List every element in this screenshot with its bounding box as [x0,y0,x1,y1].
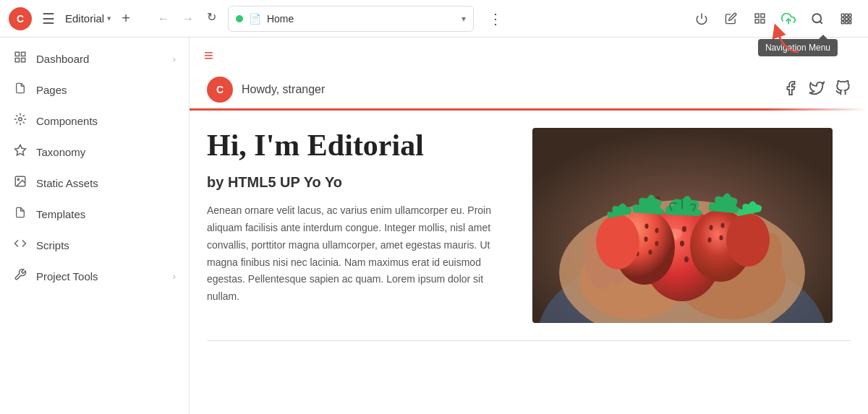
status-dot [236,15,243,22]
pages-icon [13,82,27,98]
svg-point-43 [680,241,684,246]
app-title-text: Editorial [65,12,104,25]
svg-point-21 [19,118,22,121]
sidebar-item-label: Pages [36,84,176,96]
page-content: ≡ C Howdy, stranger [190,38,868,414]
sidebar-item-project-tools[interactable]: Project Tools › [0,261,189,292]
svg-line-7 [820,21,822,23]
page-body-text: Aenean ornare velit lacus, ac varius eni… [207,202,511,306]
search-button[interactable] [804,6,830,32]
facebook-icon[interactable] [783,80,799,100]
svg-rect-10 [849,14,851,17]
sidebar-item-templates[interactable]: Templates [0,199,189,230]
sidebar-item-label: Scripts [36,239,176,251]
app-logo: C [9,7,32,30]
url-text: Home [267,13,456,25]
power-button[interactable] [689,6,715,32]
twitter-icon[interactable] [809,80,825,100]
svg-point-57 [649,250,652,255]
sidebar-item-label: Templates [36,208,176,220]
refresh-button[interactable]: ↻ [201,7,222,30]
page-subtitle: by HTML5 UP Yo Yo [207,174,511,191]
grid-button[interactable] [746,6,773,32]
svg-point-62 [708,238,712,243]
topbar: C ☰ Editorial ▾ + ← → ↻ 📄 Home ▾ ⋮ [0,0,868,38]
content-topbar: ≡ [190,38,868,71]
sidebar-item-taxonomy[interactable]: Taxonomy [0,137,189,168]
sidebar-item-dashboard[interactable]: Dashboard › [0,43,189,74]
svg-marker-22 [15,145,26,155]
svg-rect-18 [22,52,25,56]
edit-button[interactable] [718,6,744,32]
nav-arrows: ← → ↻ [152,7,222,30]
hamburger-menu[interactable]: ☰ [38,7,59,30]
add-button[interactable]: + [117,7,135,30]
svg-rect-2 [760,14,764,17]
dashboard-icon [13,51,27,67]
svg-point-54 [644,237,648,242]
topbar-right-actions: Navigation Menu [689,6,859,32]
url-bar[interactable]: 📄 Home ▾ [228,6,474,32]
svg-rect-3 [755,20,759,23]
svg-rect-13 [849,17,851,20]
svg-rect-15 [846,21,848,23]
more-options-button[interactable]: ⋮ [482,7,509,30]
search-tooltip-container: Navigation Menu [804,6,830,32]
sidebar-item-pages[interactable]: Pages [0,74,189,105]
page-icon: 📄 [249,13,261,25]
content-body: Hi, I'm Editorial by HTML5 UP Yo Yo Aene… [190,111,868,340]
sidebar-item-static-assets[interactable]: Static Assets [0,168,189,199]
forward-button[interactable]: → [176,7,200,30]
svg-point-46 [684,256,689,262]
svg-point-24 [17,178,19,180]
social-icons-group [783,80,851,100]
svg-rect-12 [846,17,848,20]
sidebar-item-components[interactable]: Components [0,105,189,137]
sidebar-item-label: Project Tools [36,270,164,283]
taxonomy-icon [13,144,27,160]
svg-point-66 [726,213,770,267]
svg-rect-14 [841,21,844,23]
svg-rect-20 [22,59,25,62]
components-icon [13,113,27,129]
project-tools-icon [13,268,27,285]
svg-point-51 [645,224,649,229]
svg-rect-8 [841,14,844,17]
hero-image [532,128,833,323]
scripts-icon [13,237,27,254]
chevron-right-icon: › [173,272,176,282]
greeting-text: Howdy, stranger [242,83,325,96]
sidebar-item-label: Taxonomy [36,146,176,158]
page-title: Hi, I'm Editorial [207,128,511,163]
upload-button[interactable] [775,6,801,32]
svg-point-63 [720,236,723,241]
svg-point-60 [721,223,725,228]
back-button[interactable]: ← [152,7,175,30]
header-left: C Howdy, stranger [207,77,325,103]
sidebar: Dashboard › Pages Components [0,38,190,414]
svg-rect-17 [15,52,19,56]
svg-point-55 [655,241,659,246]
chevron-right-icon: › [173,54,176,64]
bottom-divider [207,340,851,341]
apps-button[interactable] [833,6,859,32]
sidebar-item-label: Dashboard [36,53,164,65]
craft-logo: C [207,77,233,103]
sidebar-item-label: Static Assets [36,177,176,189]
svg-point-52 [655,228,659,233]
github-icon[interactable] [835,80,851,100]
content-hamburger[interactable]: ≡ [204,48,213,64]
svg-point-65 [596,215,639,269]
content-text-area: Hi, I'm Editorial by HTML5 UP Yo Yo Aene… [207,128,511,323]
sidebar-item-label: Components [36,115,176,127]
main-content: Dashboard › Pages Components [0,38,868,414]
sidebar-item-scripts[interactable]: Scripts [0,230,189,261]
svg-rect-1 [755,14,759,17]
svg-rect-11 [841,17,844,20]
app-title[interactable]: Editorial ▾ [65,12,111,25]
title-chevron: ▾ [107,14,111,23]
svg-point-59 [710,225,713,230]
content-header: C Howdy, stranger [190,71,868,105]
static-assets-icon [13,175,27,191]
url-chevron: ▾ [461,14,466,24]
